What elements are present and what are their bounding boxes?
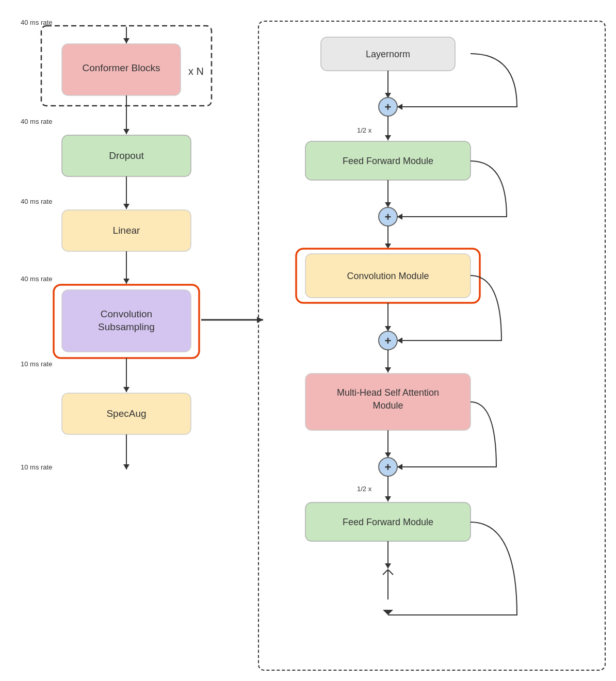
left-svg: 40 ms rate Conformer Blocks x N 40 ms ra… bbox=[10, 15, 258, 666]
ff-top-label: Feed Forward Module bbox=[343, 156, 433, 166]
svg-marker-11 bbox=[123, 279, 129, 284]
plus-circle-2: + bbox=[385, 210, 392, 223]
conv-mod-label: Convolution Module bbox=[347, 271, 429, 281]
conv-sub-label2: Subsampling bbox=[98, 321, 155, 332]
half-bottom-label: 1/2 x bbox=[357, 485, 372, 493]
dropout-label: Dropout bbox=[109, 150, 144, 161]
mhsa-label: Multi-Head Self Attention bbox=[337, 387, 439, 398]
svg-marker-45 bbox=[385, 496, 391, 501]
svg-marker-55 bbox=[397, 464, 402, 470]
svg-marker-26 bbox=[385, 135, 391, 140]
conformer-label: Conformer Blocks bbox=[83, 62, 160, 73]
svg-marker-8 bbox=[123, 204, 129, 209]
right-panel: Layernorm + 1/2 x Feed Forward Module + bbox=[258, 21, 606, 671]
svg-line-50 bbox=[383, 570, 388, 575]
half-top-label: 1/2 x bbox=[357, 126, 372, 134]
svg-marker-42 bbox=[385, 452, 391, 458]
rate-top-label: 40 ms rate bbox=[21, 19, 52, 26]
svg-marker-36 bbox=[385, 326, 391, 331]
svg-marker-39 bbox=[385, 367, 391, 372]
rate-specaug-label: 10 ms rate bbox=[21, 360, 52, 368]
mhsa-label2: Module bbox=[372, 400, 403, 411]
plus-circle-4: + bbox=[385, 461, 392, 474]
rate-bottom-label: 10 ms rate bbox=[21, 463, 52, 471]
right-svg: Layernorm + 1/2 x Feed Forward Module + bbox=[259, 22, 548, 651]
svg-marker-48 bbox=[385, 563, 391, 569]
svg-marker-52 bbox=[397, 104, 402, 110]
svg-marker-56 bbox=[383, 610, 393, 615]
svg-marker-15 bbox=[123, 387, 129, 392]
left-panel: 40 ms rate Conformer Blocks x N 40 ms ra… bbox=[10, 15, 258, 666]
rate-linear-label: 40 ms rate bbox=[21, 198, 52, 205]
rate-dropout-label: 40 ms rate bbox=[21, 118, 52, 125]
svg-marker-2 bbox=[123, 38, 129, 43]
specaug-label: SpecAug bbox=[106, 408, 146, 419]
ff-bottom-label: Feed Forward Module bbox=[343, 517, 433, 527]
linear-label: Linear bbox=[113, 225, 140, 236]
svg-marker-53 bbox=[397, 214, 402, 220]
rate-convsubsampling-label: 40 ms rate bbox=[21, 275, 52, 283]
svg-line-51 bbox=[388, 570, 393, 575]
plus-circle-top: + bbox=[385, 101, 392, 113]
svg-rect-13 bbox=[62, 290, 191, 352]
svg-marker-18 bbox=[123, 464, 129, 469]
conv-sub-label: Convolution bbox=[101, 309, 152, 319]
xN-label: x N bbox=[188, 66, 204, 77]
svg-marker-5 bbox=[123, 129, 129, 134]
layernorm-label: Layernorm bbox=[366, 49, 410, 59]
svg-marker-29 bbox=[385, 202, 391, 207]
plus-circle-3: + bbox=[385, 334, 392, 347]
svg-marker-54 bbox=[397, 337, 402, 344]
diagram-container: 40 ms rate Conformer Blocks x N 40 ms ra… bbox=[0, 0, 616, 681]
